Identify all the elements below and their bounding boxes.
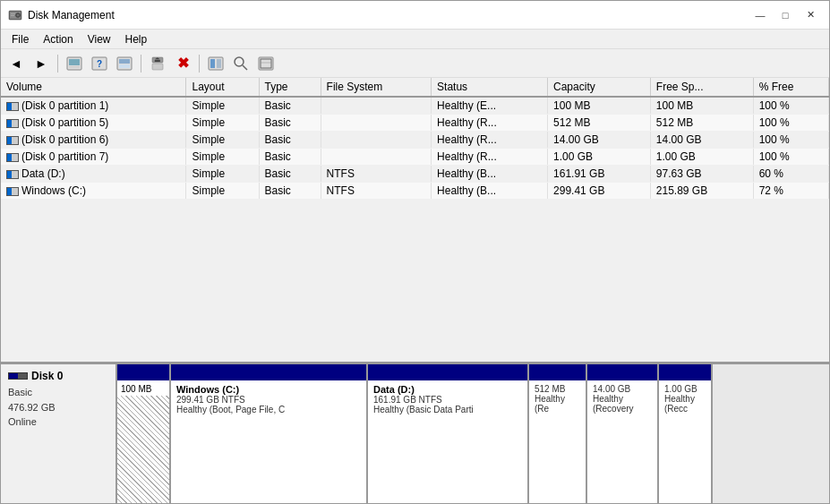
content-area: Volume Layout Type File System Status Ca… [1, 78, 829, 503]
cell-status: Healthy (R... [432, 149, 548, 166]
svg-rect-8 [69, 66, 80, 68]
vol-icon [6, 170, 19, 179]
seg-sublabel: 299.41 GB NTFS [176, 395, 361, 405]
col-filesystem[interactable]: File System [321, 78, 431, 97]
cell-filesystem [321, 97, 431, 115]
col-layout[interactable]: Layout [186, 78, 259, 97]
col-free[interactable]: Free Sp... [650, 78, 753, 97]
menu-view[interactable]: View [81, 31, 118, 47]
svg-rect-15 [152, 64, 163, 70]
cell-type: Basic [259, 149, 321, 166]
cell-layout: Simple [186, 166, 259, 183]
cell-status: Healthy (R... [432, 115, 548, 132]
table-row: (Disk 0 partition 5) Simple Basic Health… [1, 115, 829, 132]
menu-file[interactable]: File [4, 31, 36, 47]
disk-properties-button[interactable] [63, 53, 86, 74]
cell-layout: Simple [186, 149, 259, 166]
menu-action[interactable]: Action [36, 31, 80, 47]
toolbar-sep-2 [141, 55, 141, 73]
svg-line-21 [243, 65, 247, 70]
svg-rect-12 [119, 59, 130, 64]
col-type[interactable]: Type [259, 78, 321, 97]
cell-layout: Simple [186, 132, 259, 149]
menu-help[interactable]: Help [118, 31, 155, 47]
maximize-button[interactable]: □ [774, 5, 797, 25]
svg-rect-13 [119, 64, 130, 68]
seg-body: 1.00 GBHealthy (Recc [659, 380, 711, 503]
seg-header [529, 364, 586, 380]
col-pct-free[interactable]: % Free [753, 78, 828, 97]
vol-icon [6, 187, 19, 196]
new-volume-button[interactable] [204, 53, 227, 74]
find-button[interactable] [229, 53, 252, 74]
cell-free: 1.00 GB [650, 149, 753, 166]
vol-icon [6, 153, 19, 162]
table-row: Windows (C:) Simple Basic NTFS Healthy (… [1, 183, 829, 200]
cell-capacity: 100 MB [548, 97, 651, 115]
disk-segment[interactable]: 100 MB [117, 364, 171, 503]
table-row: (Disk 0 partition 1) Simple Basic Health… [1, 97, 829, 115]
vol-icon [6, 136, 19, 145]
cell-volume: Windows (C:) [1, 183, 186, 200]
cell-type: Basic [259, 115, 321, 132]
seg-body: Windows (C:)299.41 GB NTFSHealthy (Boot,… [171, 380, 366, 503]
disk-type: Basic [8, 387, 32, 397]
back-button[interactable]: ◄ [4, 53, 28, 74]
disk-size: 476.92 GB [8, 402, 56, 413]
vol-properties-button[interactable] [113, 53, 136, 74]
toolbar: ◄ ► ? [1, 49, 829, 78]
disk-segment[interactable]: Data (D:)161.91 GB NTFSHealthy (Basic Da… [368, 364, 529, 503]
seg-hatched-body [117, 396, 169, 503]
seg-status: Healthy (Recc [664, 394, 706, 414]
eject-button[interactable]: ⏏ [146, 53, 169, 74]
toolbar-sep-3 [199, 55, 200, 73]
seg-body: 14.00 GBHealthy (Recovery [587, 380, 657, 503]
cell-layout: Simple [186, 115, 259, 132]
disk-segment[interactable]: 512 MBHealthy (Re [529, 364, 587, 503]
cell-pct-free: 100 % [753, 132, 828, 149]
col-capacity[interactable]: Capacity [548, 78, 651, 97]
seg-title: Windows (C:) [176, 384, 361, 395]
delete-button[interactable]: ✖ [171, 53, 194, 74]
cell-layout: Simple [186, 97, 259, 115]
cell-volume: (Disk 0 partition 1) [1, 97, 186, 115]
col-volume[interactable]: Volume [1, 78, 186, 97]
seg-status: Healthy (Recovery [593, 394, 652, 414]
cell-type: Basic [259, 97, 321, 115]
cell-capacity: 512 MB [548, 115, 651, 132]
seg-header [368, 364, 527, 380]
seg-sublabel: 161.91 GB NTFS [373, 395, 522, 405]
cell-type: Basic [259, 166, 321, 183]
minimize-button[interactable]: — [749, 5, 772, 25]
col-status[interactable]: Status [432, 78, 548, 97]
main-window: Disk Management — □ ✕ File Action View H… [0, 0, 830, 504]
disk-icon [8, 8, 22, 22]
svg-rect-4 [11, 13, 15, 14]
seg-header [659, 364, 711, 380]
disk-segment[interactable]: 14.00 GBHealthy (Recovery [587, 364, 659, 503]
seg-header [171, 364, 366, 380]
cell-type: Basic [259, 183, 321, 200]
seg-header [587, 364, 657, 380]
title-bar: Disk Management — □ ✕ [1, 1, 829, 30]
cell-status: Healthy (R... [432, 132, 548, 149]
find-icon [233, 56, 249, 72]
vol-properties-icon [116, 56, 133, 72]
rescan-button[interactable] [254, 53, 278, 74]
svg-rect-5 [11, 15, 14, 16]
cell-free: 97.63 GB [650, 166, 753, 183]
cell-filesystem [321, 115, 431, 132]
help-button[interactable]: ? [88, 53, 111, 74]
cell-status: Healthy (B... [432, 166, 548, 183]
disk-segment[interactable]: 1.00 GBHealthy (Recc [659, 364, 713, 503]
forward-button[interactable]: ► [30, 53, 53, 74]
seg-sublabel: 14.00 GB [593, 384, 652, 394]
svg-rect-7 [69, 59, 80, 65]
disk-segment[interactable]: Windows (C:)299.41 GB NTFSHealthy (Boot,… [171, 364, 368, 503]
close-button[interactable]: ✕ [799, 5, 822, 25]
disk-visual-area: 100 MBWindows (C:)299.41 GB NTFSHealthy … [117, 364, 829, 503]
seg-sublabel: 1.00 GB [664, 384, 706, 394]
cell-capacity: 299.41 GB [548, 183, 651, 200]
cell-capacity: 1.00 GB [548, 149, 651, 166]
svg-point-20 [235, 57, 244, 66]
